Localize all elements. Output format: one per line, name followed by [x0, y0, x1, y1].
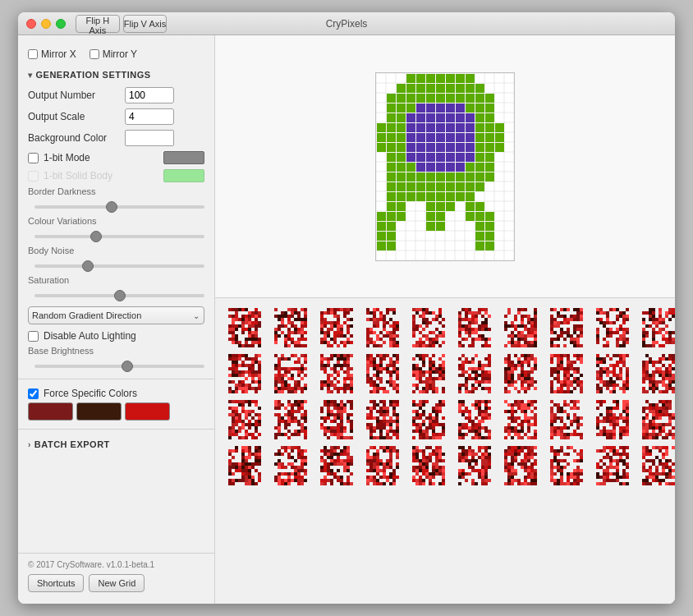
list-item[interactable]	[407, 352, 450, 395]
list-item[interactable]	[453, 352, 496, 395]
list-item[interactable]	[223, 352, 266, 395]
saturation-slider[interactable]	[34, 294, 204, 297]
sprite-thumbnail	[274, 446, 307, 485]
output-scale-input[interactable]	[125, 108, 174, 125]
list-item[interactable]	[269, 352, 312, 395]
bit-mode-checkbox[interactable]	[28, 153, 39, 163]
list-item[interactable]	[361, 306, 404, 349]
titlebar: Flip H Axis Flip V Axis CryPixels	[18, 12, 675, 35]
saturation-label: Saturation	[18, 274, 214, 285]
bit-mode-label: 1-bit Mode	[44, 152, 90, 163]
list-item[interactable]	[407, 306, 450, 349]
background-color-swatch[interactable]	[125, 130, 174, 146]
list-item[interactable]	[499, 306, 542, 349]
list-item[interactable]	[591, 398, 634, 441]
list-item[interactable]	[269, 306, 312, 349]
list-item[interactable]	[223, 398, 266, 441]
border-darkness-slider[interactable]	[34, 205, 204, 209]
list-item[interactable]	[315, 444, 358, 487]
gradient-direction-select[interactable]: Random Gradient Direction Left to Right …	[28, 306, 204, 324]
output-number-input[interactable]	[125, 87, 174, 103]
list-item[interactable]	[453, 398, 496, 441]
list-item[interactable]	[499, 352, 542, 395]
list-item[interactable]	[545, 444, 588, 487]
force-colors-checkbox[interactable]	[28, 388, 39, 399]
list-item[interactable]	[269, 398, 312, 441]
sprite-thumbnail	[412, 400, 445, 439]
base-brightness-slider[interactable]	[34, 365, 204, 368]
output-number-label: Output Number	[28, 90, 118, 101]
sprite-thumbnail	[504, 354, 537, 393]
colour-variations-slider-container	[18, 226, 214, 244]
sprite-thumbnail	[550, 400, 583, 439]
traffic-lights	[26, 19, 66, 29]
base-brightness-slider-container	[18, 356, 214, 374]
sprite-thumbnail	[366, 446, 399, 485]
list-item[interactable]	[591, 444, 634, 487]
list-item[interactable]	[545, 398, 588, 441]
list-item[interactable]	[223, 306, 266, 349]
force-color-swatch-2[interactable]	[76, 402, 122, 421]
bit-mode-swatch[interactable]	[163, 151, 204, 164]
list-item[interactable]	[453, 306, 496, 349]
flip-v-button[interactable]: Flip V Axis	[123, 15, 168, 33]
colour-variations-slider[interactable]	[34, 235, 204, 238]
sprite-thumbnail	[228, 354, 261, 393]
list-item[interactable]	[637, 352, 675, 395]
list-item[interactable]	[545, 352, 588, 395]
sprite-thumbnail	[366, 354, 399, 393]
force-color-swatch-1[interactable]	[28, 402, 73, 421]
list-item[interactable]	[453, 444, 496, 487]
list-item[interactable]	[223, 444, 266, 487]
list-item[interactable]	[591, 352, 634, 395]
disable-auto-lighting-checkbox[interactable]	[28, 331, 39, 342]
list-item[interactable]	[637, 398, 675, 441]
border-darkness-slider-container	[18, 196, 214, 214]
list-item[interactable]	[361, 398, 404, 441]
list-item[interactable]	[361, 444, 404, 487]
generation-settings-header[interactable]: ▾ GENERATION SETTINGS	[18, 67, 214, 85]
list-item[interactable]	[545, 306, 588, 349]
mirror-y-checkbox[interactable]	[89, 49, 99, 59]
new-grid-button[interactable]: New Grid	[89, 574, 145, 592]
shortcuts-button[interactable]: Shortcuts	[28, 574, 84, 592]
list-item[interactable]	[499, 444, 542, 487]
mirror-x-checkbox[interactable]	[28, 49, 38, 59]
list-item[interactable]	[591, 306, 634, 349]
bit-solid-checkbox[interactable]	[28, 171, 39, 182]
list-item[interactable]	[637, 444, 675, 487]
bottom-buttons: Shortcuts New Grid	[28, 574, 204, 592]
sprite-grid[interactable]	[215, 298, 675, 604]
list-item[interactable]	[637, 306, 675, 349]
background-color-label: Background Color	[28, 132, 118, 144]
sprite-thumbnail	[642, 354, 675, 393]
mirror-y-label[interactable]: Mirror Y	[89, 48, 137, 60]
force-color-swatch-3[interactable]	[125, 402, 170, 421]
sprite-thumbnail	[550, 446, 583, 485]
list-item[interactable]	[499, 398, 542, 441]
list-item[interactable]	[315, 306, 358, 349]
list-item[interactable]	[315, 398, 358, 441]
maximize-button[interactable]	[56, 19, 66, 29]
sprite-grid-inner	[223, 306, 667, 487]
list-item[interactable]	[269, 444, 312, 487]
sprite-thumbnail	[320, 308, 353, 347]
list-item[interactable]	[407, 398, 450, 441]
bit-solid-row: 1-bit Solid Body	[18, 167, 214, 185]
batch-export-header[interactable]: › BATCH EXPORT	[28, 439, 204, 449]
body-noise-slider[interactable]	[34, 264, 204, 268]
colour-variations-label: Colour Variations	[18, 214, 214, 226]
mirror-x-label[interactable]: Mirror X	[28, 48, 76, 60]
sprite-thumbnail	[458, 400, 491, 439]
minimize-button[interactable]	[41, 19, 51, 29]
list-item[interactable]	[361, 352, 404, 395]
base-brightness-label: Base Brightness	[18, 344, 214, 356]
list-item[interactable]	[407, 444, 450, 487]
sprite-thumbnail	[504, 308, 537, 347]
sprite-thumbnail	[458, 354, 491, 393]
flip-h-button[interactable]: Flip H Axis	[76, 15, 120, 33]
list-item[interactable]	[315, 352, 358, 395]
sprite-thumbnail	[550, 308, 583, 347]
output-scale-label: Output Scale	[28, 111, 118, 122]
close-button[interactable]	[26, 19, 36, 29]
